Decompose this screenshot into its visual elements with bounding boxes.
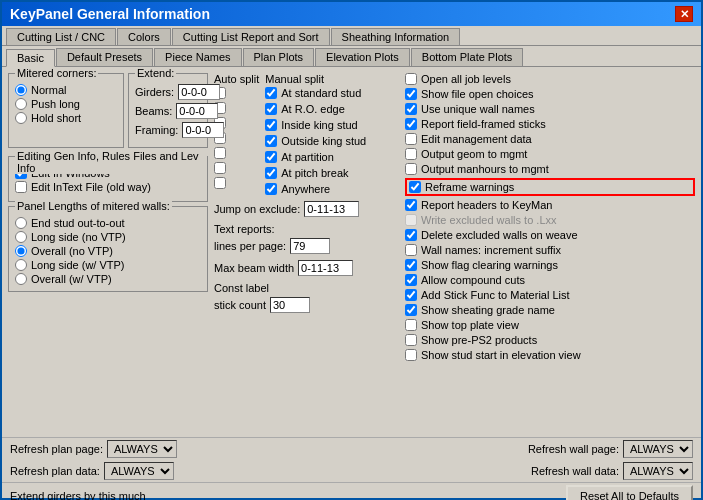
close-button[interactable]: ✕ [675, 6, 693, 22]
extend-title: Extend: [135, 67, 176, 79]
beams-row: Beams: [135, 103, 201, 119]
radio-overall-w-vtp[interactable]: Overall (w/ VTP) [15, 273, 201, 285]
editing-gen-group: Editing Gen Info, Rules Files and Lev In… [8, 156, 208, 202]
status-bar: Extend girders by this much Reset All to… [2, 482, 701, 500]
stick-count-input[interactable] [270, 297, 310, 313]
right-column: Open all job levels Show file open choic… [405, 73, 695, 431]
tab-bottom-plate-plots[interactable]: Bottom Plate Plots [411, 48, 524, 66]
auto-split-cb-6[interactable] [214, 177, 226, 189]
panel-lengths-options: End stud out-to-out Long side (no VTP) O… [15, 217, 201, 285]
right-checkboxes-list: Open all job levels Show file open choic… [405, 73, 695, 363]
auto-split-cb-4[interactable] [214, 147, 226, 159]
manual-split-partition[interactable]: At partition [265, 151, 366, 163]
framing-input[interactable] [182, 122, 224, 138]
cb-show-top-plate[interactable]: Show top plate view [405, 319, 695, 331]
cb-unique-wall-names[interactable]: Use unique wall names [405, 103, 695, 115]
manual-split-group: Manual split At standard stud At R.O. ed… [265, 73, 366, 197]
radio-end-stud[interactable]: End stud out-to-out [15, 217, 201, 229]
cb-add-stick-func[interactable]: Add Stick Func to Material List [405, 289, 695, 301]
max-beam-row: Max beam width [214, 260, 399, 276]
manual-split-label: Manual split [265, 73, 366, 85]
max-beam-input[interactable] [298, 260, 353, 276]
edit-in-text-file-checkbox[interactable]: Edit InText File (old way) [15, 181, 201, 193]
refresh-wall-data-select[interactable]: ALWAYS NEVER ASK [623, 462, 693, 480]
panel-lengths-title: Panel Lengths of mitered walls: [15, 200, 172, 212]
main-window: KeyPanel General Information ✕ Cutting L… [0, 0, 703, 500]
status-text: Extend girders by this much [10, 490, 146, 500]
manual-split-anywhere[interactable]: Anywhere [265, 183, 366, 195]
middle-column: Auto split Manual split [214, 73, 399, 431]
window-title: KeyPanel General Information [10, 6, 210, 22]
tab-cutting-list-report[interactable]: Cutting List Report and Sort [172, 28, 330, 45]
cb-report-headers[interactable]: Report headers to KeyMan [405, 199, 695, 211]
tab-basic[interactable]: Basic [6, 49, 55, 67]
cb-delete-excluded-walls[interactable]: Delete excluded walls on weave [405, 229, 695, 241]
refresh-wall-data-row: Refresh wall data: ALWAYS NEVER ASK [531, 462, 693, 480]
jump-exclude-input[interactable] [304, 201, 359, 217]
editing-gen-title: Editing Gen Info, Rules Files and Lev In… [15, 150, 207, 174]
refresh-wall-page-select[interactable]: ALWAYS NEVER ASK [623, 440, 693, 458]
const-label-group: Const label stick count [214, 282, 399, 313]
auto-split-checkboxes [214, 87, 259, 189]
beams-input[interactable] [176, 103, 218, 119]
manual-split-standard-stud[interactable]: At standard stud [265, 87, 366, 99]
cb-reframe-warnings[interactable]: Reframe warnings [405, 178, 695, 196]
tab-cutting-list-cnc[interactable]: Cutting List / CNC [6, 28, 116, 45]
cb-output-manhours[interactable]: Output manhours to mgmt [405, 163, 695, 175]
refresh-plan-page-select[interactable]: ALWAYS NEVER ASK [107, 440, 177, 458]
manual-split-inside-king[interactable]: Inside king stud [265, 119, 366, 131]
cb-show-flag-clearing[interactable]: Show flag clearing warnings [405, 259, 695, 271]
auto-split-label: Auto split [214, 73, 259, 85]
lines-per-page-input[interactable] [290, 238, 330, 254]
cb-open-all-job[interactable]: Open all job levels [405, 73, 695, 85]
radio-overall-no-vtp[interactable]: Overall (no VTP) [15, 245, 201, 257]
cb-show-file-open[interactable]: Show file open choices [405, 88, 695, 100]
cb-allow-compound[interactable]: Allow compound cuts [405, 274, 695, 286]
radio-push-long[interactable]: Push long [15, 98, 117, 110]
cb-show-pre-ps2[interactable]: Show pre-PS2 products [405, 334, 695, 346]
manual-split-ro-edge[interactable]: At R.O. edge [265, 103, 366, 115]
jump-exclude-row: Jump on exclude: [214, 201, 399, 217]
cb-wall-names-increment[interactable]: Wall names: increment suffix [405, 244, 695, 256]
text-reports-row: Text reports: [214, 223, 399, 235]
tab-colors[interactable]: Colors [117, 28, 171, 45]
cb-output-geom[interactable]: Output geom to mgmt [405, 148, 695, 160]
tab-row-2: Basic Default Presets Piece Names Plan P… [2, 46, 701, 67]
tab-default-presets[interactable]: Default Presets [56, 48, 153, 66]
tab-piece-names[interactable]: Piece Names [154, 48, 241, 66]
framing-row: Framing: [135, 122, 201, 138]
radio-hold-short[interactable]: Hold short [15, 112, 117, 124]
const-label-row: Const label [214, 282, 399, 294]
manual-split-checkboxes: At standard stud At R.O. edge Inside kin… [265, 87, 366, 197]
mitered-corners-options: Normal Push long Hold short [15, 84, 117, 124]
left-column: Mitered corners: Normal Push long Hol [8, 73, 208, 431]
refresh-data-section: Refresh plan data: ALWAYS NEVER ASK Refr… [2, 460, 701, 482]
radio-normal[interactable]: Normal [15, 84, 117, 96]
refresh-wall-page-row: Refresh wall page: ALWAYS NEVER ASK [528, 440, 693, 458]
tab-sheathing-info[interactable]: Sheathing Information [331, 28, 461, 45]
reset-all-button[interactable]: Reset All to Defaults [566, 485, 693, 500]
cb-report-field-framed[interactable]: Report field-framed sticks [405, 118, 695, 130]
radio-long-side-w-vtp[interactable]: Long side (w/ VTP) [15, 259, 201, 271]
manual-split-outside-king[interactable]: Outside king stud [265, 135, 366, 147]
mitered-corners-group: Mitered corners: Normal Push long Hol [8, 73, 124, 148]
tab-elevation-plots[interactable]: Elevation Plots [315, 48, 410, 66]
text-reports-group: Text reports: lines per page: [214, 223, 399, 254]
cb-show-sheathing-grade[interactable]: Show sheating grade name [405, 304, 695, 316]
girders-input[interactable] [178, 84, 220, 100]
refresh-plan-page-row: Refresh plan page: ALWAYS NEVER ASK [10, 440, 177, 458]
extend-group: Extend: Girders: Beams: Framing: [128, 73, 208, 148]
cb-edit-mgmt-data[interactable]: Edit management data [405, 133, 695, 145]
auto-split-cb-5[interactable] [214, 162, 226, 174]
manual-split-pitch-break[interactable]: At pitch break [265, 167, 366, 179]
cb-show-stud-start[interactable]: Show stud start in elevation view [405, 349, 695, 361]
cb-write-excluded-walls[interactable]: Write excluded walls to .Lxx [405, 214, 695, 226]
stick-count-row: stick count [214, 297, 399, 313]
refresh-plan-data-row: Refresh plan data: ALWAYS NEVER ASK [10, 462, 174, 480]
mitered-corners-title: Mitered corners: [15, 67, 98, 79]
refresh-plan-data-select[interactable]: ALWAYS NEVER ASK [104, 462, 174, 480]
panel-lengths-group: Panel Lengths of mitered walls: End stud… [8, 206, 208, 292]
tab-plan-plots[interactable]: Plan Plots [243, 48, 315, 66]
radio-long-side-no-vtp[interactable]: Long side (no VTP) [15, 231, 201, 243]
girders-row: Girders: [135, 84, 201, 100]
